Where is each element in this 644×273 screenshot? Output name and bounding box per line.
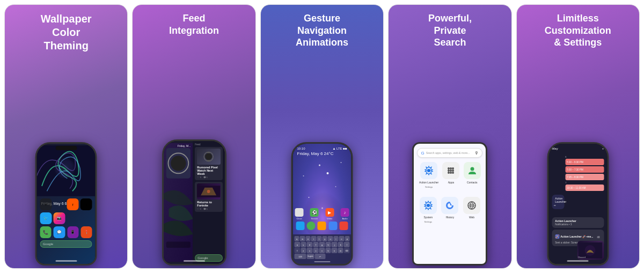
card2-screen: Friday, M... Feed [133, 43, 255, 268]
notif-card-1: Action Launcher Notifications • 3 [552, 217, 604, 228]
svg-point-34 [427, 204, 430, 207]
app-label-soccer: ⚽ Soccer [310, 208, 319, 220]
card4-title: Powerful,PrivateSearch [389, 5, 511, 55]
kb-key-f: f [313, 242, 319, 247]
close-icon [295, 208, 304, 217]
svg-point-13 [303, 175, 304, 176]
card1-screen: Friday, May 6 62°F + r ♪ [5, 59, 127, 268]
history-label: History [446, 216, 455, 219]
web-icon [463, 197, 480, 214]
svg-point-1 [55, 158, 75, 179]
tablet4-screen: G Search apps, settings, web & more... 🎙 [414, 144, 486, 264]
kb-key-t: t [317, 236, 321, 241]
search-item-contacts: Contacts [464, 162, 481, 188]
feed-item-1-image [197, 149, 220, 165]
app-widget: Action Launcher ✏ [552, 195, 564, 209]
system-settings-label: System [423, 216, 433, 219]
action-launcher-sublabel: Settings [425, 186, 433, 188]
cal-day-6: 6 [565, 156, 604, 158]
feed-item-2-actions: ♡ 9 💬 1 [197, 208, 220, 210]
feed-item-2-image [197, 183, 220, 200]
card4-screen: G Search apps, settings, web & more... 🎙 [389, 55, 511, 269]
phone2: Friday, M... Feed [162, 139, 226, 265]
app-label-audio: ♪ Audio [341, 208, 349, 220]
screen3-status-bar: 10:10 ▲ LTE ■■ [297, 147, 347, 150]
kb-key-i: i [333, 236, 338, 241]
svg-point-17 [327, 172, 329, 174]
card2-title: FeedIntegration [133, 5, 255, 43]
svg-point-27 [448, 169, 450, 172]
kb-key-q: q [294, 236, 299, 241]
kb-key-j: j [332, 242, 338, 247]
kb-key-p: p [345, 236, 349, 241]
svg-point-28 [450, 169, 452, 172]
phone3-home-bar [314, 261, 330, 262]
comment-icon: 💬 1 [203, 176, 208, 179]
search-row-1: Action Launcher Settings [417, 162, 482, 188]
phone3-screen: 10:10 ▲ LTE ■■ Friday, May 6 24°C [293, 144, 352, 264]
widget-edit-icon: ✏ [554, 204, 562, 207]
svg-point-24 [448, 167, 450, 169]
screen3-time: 10:10 [297, 147, 305, 150]
screen2-search-text: Google [197, 256, 208, 260]
contacts-icon [464, 162, 481, 179]
kb-space-key: English [307, 254, 314, 259]
keyboard-row-1: q w e r t y u i o p [295, 236, 350, 241]
screen2-date: Friday, M... [178, 144, 191, 147]
person-icon [467, 165, 478, 176]
search-item-history: History [441, 197, 458, 223]
comment-icon-2: 💬 1 [203, 208, 208, 210]
phone5-screen: May + 6 5:30 – 6:30 PM 5:30 – 7:30 PM 7:… [548, 144, 607, 264]
screen2-wallpaper: Friday, M... [164, 141, 193, 264]
card-feed: FeedIntegration [132, 4, 255, 269]
card-search: Powerful,PrivateSearch G Search apps, se… [388, 4, 511, 269]
app-icon-reddit: r [67, 198, 79, 210]
screen2-feed: Feed Rumored [193, 141, 224, 264]
kb-key-o: o [339, 236, 344, 241]
web-label: Web [469, 216, 474, 219]
kb-enter-key: ↵ [315, 254, 326, 259]
app-icon-viber: 📱 [67, 226, 78, 238]
search-item-system-settings: System Settings [420, 197, 437, 223]
svg-point-25 [450, 167, 452, 169]
phone2-home-bar [184, 260, 205, 262]
kb-key-v: v [319, 248, 325, 253]
svg-point-26 [452, 167, 454, 169]
tablet4: G Search apps, settings, web & more... 🎙 [412, 142, 487, 265]
like-icon-2: ♡ 9 [197, 208, 201, 210]
feed-item-2-title: Returns to Fortnite [197, 201, 220, 207]
widget-header: Action Launcher [554, 197, 562, 203]
history-icon [441, 197, 458, 214]
audio-icon: ♪ [341, 208, 349, 217]
action-launcher-icon [420, 162, 437, 179]
kb-key-s: s [301, 242, 306, 247]
kb-key-z: z [301, 248, 306, 253]
phone1: Friday, May 6 62°F + r ♪ [35, 142, 97, 265]
svg-point-23 [427, 169, 430, 172]
screen5-add-icon: + [602, 147, 604, 150]
app-icon-maps: 📍 [80, 226, 92, 238]
notif-2-thumb-icon [596, 232, 601, 241]
card5-title: LimitlessCustomization& Settings [517, 5, 639, 55]
app-label-video: ▶ Video [325, 208, 334, 220]
svg-point-15 [335, 186, 336, 187]
svg-rect-9 [207, 152, 210, 153]
kb-key-u: u [328, 236, 333, 241]
watch-image-icon [197, 149, 220, 165]
cal-event-2: 5:30 – 7:30 PM [565, 166, 604, 173]
notif-2-header: 🚀 Action Launcher 🚀~me... [555, 232, 601, 241]
app-icon-tiktok: ♪ [80, 198, 92, 210]
card-wallpaper: WallpaperColorTheming [4, 4, 128, 269]
search-item-action-launcher: Action Launcher Settings [419, 162, 438, 188]
card-customization: LimitlessCustomization& Settings May + 6… [516, 4, 640, 269]
feed-item-1-title: Rumored Pixel Watch Next Week [197, 166, 220, 175]
gear-icon [423, 200, 434, 211]
phone5-home-bar [567, 260, 589, 262]
svg-point-30 [448, 172, 450, 174]
notif-2-app: Action Launcher 🚀~me... [560, 235, 593, 238]
widget-title: Action Launcher [555, 197, 566, 203]
main-container: WallpaperColorTheming [0, 0, 644, 273]
screen1-search-text: Google [43, 242, 53, 246]
kb-key-c: c [313, 248, 319, 253]
phone2-screen: Friday, M... Feed [164, 141, 225, 264]
